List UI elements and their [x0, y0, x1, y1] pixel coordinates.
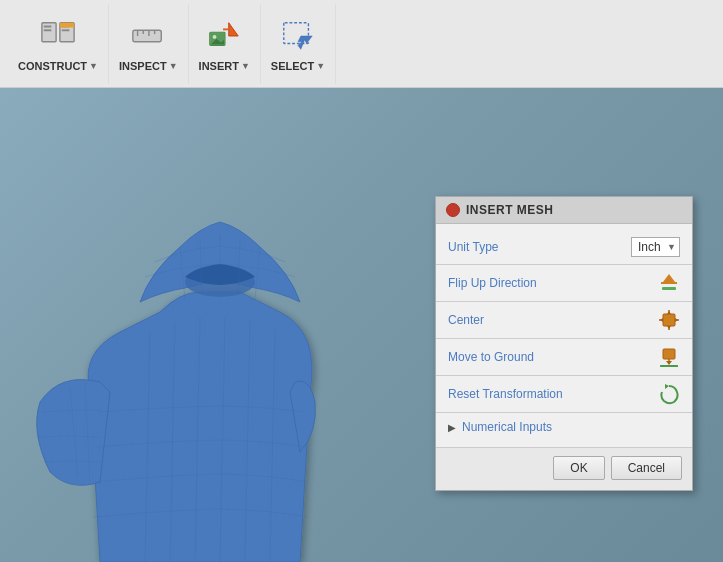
- inspect-arrow: ▼: [169, 61, 178, 71]
- flip-up-button[interactable]: [658, 272, 680, 294]
- numerical-inputs-row[interactable]: ▶ Numerical Inputs: [436, 415, 692, 439]
- numerical-inputs-arrow: ▶: [448, 422, 456, 433]
- flip-up-row: Flip Up Direction: [436, 267, 692, 299]
- dialog-body: Unit Type Inch mm cm m Flip Up Direction: [436, 224, 692, 447]
- svg-rect-6: [60, 22, 74, 27]
- construct-icon: [38, 16, 78, 56]
- svg-marker-19: [298, 36, 312, 49]
- svg-rect-48: [663, 349, 675, 359]
- svg-point-16: [213, 35, 217, 39]
- svg-marker-46: [660, 318, 663, 322]
- svg-marker-13: [229, 22, 238, 35]
- unit-type-label: Unit Type: [448, 240, 498, 254]
- separator-4: [436, 375, 692, 376]
- inspect-label: INSPECT ▼: [119, 60, 178, 72]
- toolbar-inspect[interactable]: INSPECT ▼: [109, 4, 189, 84]
- svg-rect-38: [662, 287, 676, 290]
- select-label: SELECT ▼: [271, 60, 325, 72]
- svg-marker-37: [663, 274, 675, 282]
- svg-marker-44: [667, 311, 671, 314]
- unit-type-row: Unit Type Inch mm cm m: [436, 232, 692, 262]
- unit-type-select[interactable]: Inch mm cm m: [631, 237, 680, 257]
- construct-text: CONSTRUCT: [18, 60, 87, 72]
- reset-transform-label: Reset Transformation: [448, 387, 563, 401]
- center-button[interactable]: [658, 309, 680, 331]
- dialog-footer: OK Cancel: [436, 447, 692, 490]
- unit-type-control: Inch mm cm m: [631, 237, 680, 257]
- move-to-ground-row: Move to Ground: [436, 341, 692, 373]
- svg-rect-5: [62, 29, 70, 31]
- move-to-ground-label: Move to Ground: [448, 350, 534, 364]
- svg-rect-39: [663, 314, 675, 326]
- select-arrow: ▼: [316, 61, 325, 71]
- toolbar-insert[interactable]: INSERT ▼: [189, 4, 261, 84]
- flip-up-label: Flip Up Direction: [448, 276, 537, 290]
- reset-transform-row: Reset Transformation: [436, 378, 692, 410]
- svg-marker-47: [675, 318, 678, 322]
- toolbar: CONSTRUCT ▼ INSPECT ▼: [0, 0, 723, 88]
- toolbar-construct[interactable]: CONSTRUCT ▼: [8, 4, 109, 84]
- cancel-button[interactable]: Cancel: [611, 456, 682, 480]
- toolbar-select[interactable]: SELECT ▼: [261, 4, 336, 84]
- separator-2: [436, 301, 692, 302]
- select-text: SELECT: [271, 60, 314, 72]
- svg-marker-50: [666, 361, 672, 365]
- dialog-titlebar: INSERT MESH: [436, 197, 692, 224]
- numerical-inputs-label: Numerical Inputs: [462, 420, 552, 434]
- svg-rect-36: [661, 282, 677, 284]
- inspect-text: INSPECT: [119, 60, 167, 72]
- reset-transform-button[interactable]: [658, 383, 680, 405]
- center-row: Center: [436, 304, 692, 336]
- select-icon: [278, 16, 318, 56]
- ok-button[interactable]: OK: [553, 456, 604, 480]
- insert-text: INSERT: [199, 60, 239, 72]
- insert-arrow: ▼: [241, 61, 250, 71]
- center-label: Center: [448, 313, 484, 327]
- move-to-ground-button[interactable]: [658, 346, 680, 368]
- separator-3: [436, 338, 692, 339]
- insert-mesh-dialog: INSERT MESH Unit Type Inch mm cm m: [435, 196, 693, 491]
- mesh-shape: [20, 92, 420, 562]
- dialog-close-button[interactable]: [446, 203, 460, 217]
- construct-label: CONSTRUCT ▼: [18, 60, 98, 72]
- svg-rect-1: [44, 25, 52, 27]
- insert-icon: [204, 16, 244, 56]
- svg-rect-51: [660, 365, 678, 367]
- svg-marker-52: [665, 384, 669, 389]
- dialog-title: INSERT MESH: [466, 203, 554, 217]
- unit-type-select-wrapper[interactable]: Inch mm cm m: [631, 237, 680, 257]
- canvas-area: INSERT MESH Unit Type Inch mm cm m: [0, 88, 723, 562]
- inspect-icon: [128, 16, 168, 56]
- construct-arrow: ▼: [89, 61, 98, 71]
- separator-1: [436, 264, 692, 265]
- insert-label: INSERT ▼: [199, 60, 250, 72]
- svg-marker-45: [667, 326, 671, 329]
- svg-rect-2: [44, 29, 52, 31]
- separator-5: [436, 412, 692, 413]
